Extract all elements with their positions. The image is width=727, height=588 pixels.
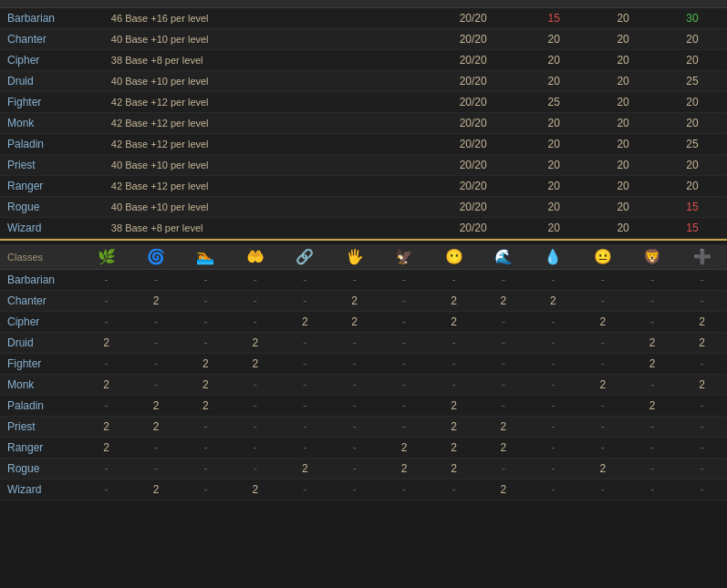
skill-cell-5: - <box>329 417 379 438</box>
skill-cell-8: 2 <box>479 480 528 500</box>
skill-cell-0: - <box>81 312 130 333</box>
class-header <box>0 0 104 8</box>
class-name-cell[interactable]: Barbarian <box>0 8 104 29</box>
class-name-cell[interactable]: Cipher <box>0 312 81 333</box>
level-cell: 20/20 <box>427 134 519 155</box>
blank-cell <box>335 50 427 71</box>
blank-cell <box>335 92 427 113</box>
class-name-cell[interactable]: Barbarian <box>0 270 81 291</box>
skill-icon-header-3: 🤲 <box>231 244 280 270</box>
class-name-cell[interactable]: Druid <box>0 71 104 92</box>
skill-cell-10: - <box>578 270 628 291</box>
skill-cell-5: - <box>329 438 379 459</box>
skill-cell-11: - <box>628 417 677 438</box>
deflection-cell: 20 <box>519 134 588 155</box>
skill-cell-12: - <box>677 459 727 480</box>
fortitude-cell: 20 <box>588 113 658 134</box>
table-row: Rogue40 Base +10 per level20/20202015 <box>0 197 727 218</box>
class-name-cell[interactable]: Wizard <box>0 218 104 239</box>
table-row: Monk42 Base +12 per level20/20202020 <box>0 113 727 134</box>
list-item: Cipher----22-2--2-2 <box>0 312 727 333</box>
top-header-row <box>0 0 727 8</box>
skill-icon-header-9: 💧 <box>528 244 577 270</box>
skill-cell-8: - <box>479 396 528 417</box>
hp-formula-cell: 40 Base +10 per level <box>104 29 335 50</box>
skill-cell-9: - <box>528 375 577 396</box>
class-name-cell[interactable]: Cipher <box>0 50 104 71</box>
will-cell: 25 <box>658 134 727 155</box>
hp-formula-header <box>104 0 335 8</box>
skill-cell-0: 2 <box>81 375 130 396</box>
class-name-cell[interactable]: Monk <box>0 375 81 396</box>
class-name-cell[interactable]: Paladin <box>0 134 104 155</box>
table-row: Fighter42 Base +12 per level20/20252020 <box>0 92 727 113</box>
bottom-section: Classes🌿🌀🏊🤲🔗🖐🦅😶🌊💧😐🦁➕ Barbarian----------… <box>0 244 727 500</box>
deflection-cell: 20 <box>519 113 588 134</box>
level-cell: 20/20 <box>427 29 519 50</box>
skill-cell-7: 2 <box>429 438 478 459</box>
skill-cell-6: - <box>379 375 429 396</box>
top-table: Barbarian46 Base +16 per level20/2015203… <box>0 0 727 239</box>
skill-cell-11: - <box>628 480 677 500</box>
blank-cell <box>335 155 427 176</box>
class-name-cell[interactable]: Ranger <box>0 176 104 197</box>
fortitude-cell: 20 <box>588 218 658 239</box>
skill-cell-11: - <box>628 291 677 312</box>
class-name-cell[interactable]: Priest <box>0 155 104 176</box>
hp-formula-cell: 42 Base +12 per level <box>104 134 335 155</box>
class-name-cell[interactable]: Monk <box>0 113 104 134</box>
skill-cell-9: - <box>528 270 577 291</box>
skill-cell-3: 2 <box>231 333 280 354</box>
skill-cell-10: - <box>578 333 628 354</box>
skill-cell-2: - <box>181 459 230 480</box>
table-row: Priest40 Base +10 per level20/20202020 <box>0 155 727 176</box>
skill-cell-9: - <box>528 312 577 333</box>
skill-icon-header-10: 😐 <box>578 244 628 270</box>
skill-cell-3: 2 <box>231 354 280 375</box>
skill-cell-5: 2 <box>329 312 379 333</box>
fortitude-cell: 20 <box>588 29 658 50</box>
hp-formula-cell: 46 Base +16 per level <box>104 8 335 29</box>
skill-cell-10: 2 <box>578 312 628 333</box>
skill-cell-1: - <box>131 333 181 354</box>
skill-cell-5: - <box>329 396 379 417</box>
skill-cell-6: - <box>379 312 429 333</box>
skill-cell-11: - <box>628 459 677 480</box>
skill-cell-12: 2 <box>677 312 727 333</box>
table-row: Cipher38 Base +8 per level20/20202020 <box>0 50 727 71</box>
class-name-cell[interactable]: Rogue <box>0 459 81 480</box>
skill-cell-12: - <box>677 270 727 291</box>
class-name-cell[interactable]: Chanter <box>0 29 104 50</box>
list-item: Monk2-2-------2-2 <box>0 375 727 396</box>
class-name-cell[interactable]: Chanter <box>0 291 81 312</box>
skill-cell-1: - <box>131 312 181 333</box>
skill-cell-11: 2 <box>628 354 677 375</box>
skill-cell-4: - <box>280 354 329 375</box>
skill-cell-0: 2 <box>81 333 130 354</box>
skill-cell-6: - <box>379 354 429 375</box>
deflection-cell: 20 <box>519 197 588 218</box>
skill-cell-2: - <box>181 291 230 312</box>
fortitude-cell: 20 <box>588 176 658 197</box>
class-name-cell[interactable]: Ranger <box>0 438 81 459</box>
skill-cell-5: - <box>329 459 379 480</box>
hp-formula-cell: 42 Base +12 per level <box>104 113 335 134</box>
list-item: Chanter-2---2-222--- <box>0 291 727 312</box>
skill-icon-header-1: 🌀 <box>131 244 181 270</box>
class-name-cell[interactable]: Fighter <box>0 92 104 113</box>
skill-cell-3: 2 <box>231 480 280 500</box>
skill-cell-9: - <box>528 396 577 417</box>
skill-cell-7: - <box>429 480 478 500</box>
gold-icon-header <box>658 0 727 8</box>
class-name-cell[interactable]: Druid <box>0 333 81 354</box>
skill-cell-0: 2 <box>81 438 130 459</box>
class-name-cell[interactable]: Wizard <box>0 480 81 500</box>
skill-cell-0: - <box>81 480 130 500</box>
hp-formula-cell: 38 Base +8 per level <box>104 218 335 239</box>
class-name-cell[interactable]: Fighter <box>0 354 81 375</box>
class-name-cell[interactable]: Priest <box>0 417 81 438</box>
list-item: Ranger2-----222---- <box>0 438 727 459</box>
class-name-cell[interactable]: Paladin <box>0 396 81 417</box>
add-header[interactable] <box>335 0 427 8</box>
class-name-cell[interactable]: Rogue <box>0 197 104 218</box>
